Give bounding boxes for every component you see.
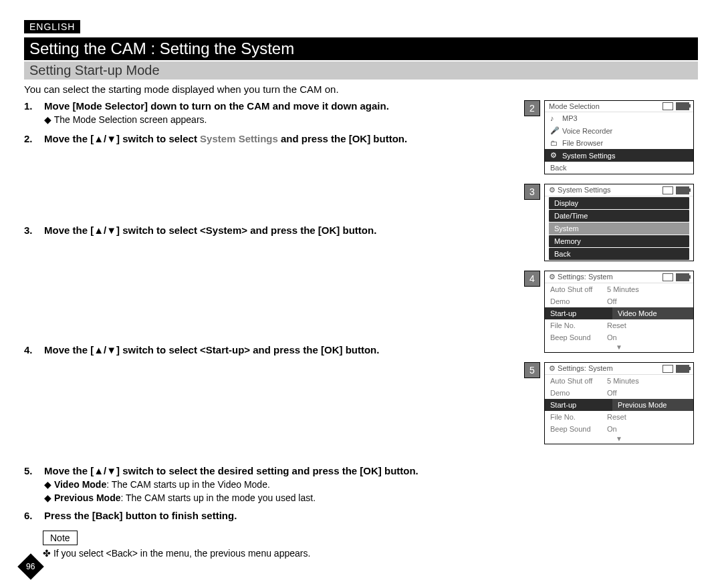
step-5-sub2: Previous Mode: The CAM starts up in the … <box>44 492 508 503</box>
list-item-label: Memory <box>554 237 581 245</box>
row-value: Video Mode <box>612 307 693 319</box>
step-1-text: Move [Mode Selector] down to turn on the… <box>44 100 389 112</box>
row-key: Beep Sound <box>550 425 607 433</box>
back-label: Back <box>550 164 566 172</box>
row-value: 5 Minutes <box>607 285 639 293</box>
screen-2-title: Mode Selection <box>549 102 600 110</box>
battery-icon <box>676 102 689 110</box>
updown-icon: ▲/▼ <box>94 225 116 236</box>
chevron-down-icon: ▼ <box>545 343 693 352</box>
table-row-selected: Start-upPrevious Mode <box>545 399 693 411</box>
memory-icon <box>663 186 673 194</box>
list-item: 🎤Voice Recorder <box>545 124 693 137</box>
table-row: File No.Reset <box>545 319 693 331</box>
screen-4-badge: 4 <box>524 271 540 287</box>
table-row: Beep SoundOn <box>545 331 693 343</box>
table-row: Auto Shut off5 Minutes <box>545 283 693 295</box>
list-item: Back <box>549 248 689 260</box>
step-2-mid: ] switch to select <box>116 133 200 144</box>
gear-icon: ⚙ <box>549 186 556 194</box>
screen-5-title: Settings: System <box>558 364 613 372</box>
list-item: Memory <box>549 235 689 247</box>
manual-page: ENGLISH Setting the CAM : Setting the Sy… <box>0 0 722 588</box>
note-text: If you select <Back> in the menu, the pr… <box>43 548 508 559</box>
row-value: On <box>607 425 617 433</box>
step-3-post: ] switch to select <System> and press th… <box>116 225 376 236</box>
row-key: Start-up <box>545 307 612 319</box>
step-5-pre: Move the [ <box>44 465 94 476</box>
step-3-pre: Move the [ <box>44 225 94 236</box>
list-item-label: MP3 <box>562 114 578 122</box>
row-key: Auto Shut off <box>550 377 607 385</box>
screen-3: ⚙ System Settings Display Date/Time Syst… <box>544 184 694 261</box>
step-6-text: Press the [Back] button to finish settin… <box>44 510 237 521</box>
row-value: Off <box>607 297 616 305</box>
step-2: Move the [▲/▼] switch to select System S… <box>24 133 508 144</box>
table-row: Auto Shut off5 Minutes <box>545 375 693 387</box>
updown-icon: ▲/▼ <box>94 133 116 144</box>
mic-icon: 🎤 <box>550 126 558 135</box>
screen-2-badge: 2 <box>524 100 540 116</box>
page-number: 96 <box>26 562 35 571</box>
list-item-label: File Browser <box>562 139 603 147</box>
gear-icon: ⚙ <box>550 151 558 160</box>
page-title: Setting the CAM : Setting the System <box>24 37 698 60</box>
screen-5-badge: 5 <box>524 362 540 378</box>
step-5-post: ] switch to select the desired setting a… <box>116 465 418 476</box>
step-5-sub2-b: Previous Mode <box>54 492 121 503</box>
screen-3-badge: 3 <box>524 184 540 200</box>
list-item-label: Display <box>554 199 578 207</box>
step-1: Move [Mode Selector] down to turn on the… <box>24 100 508 125</box>
status-icons <box>663 273 689 281</box>
step-2-post: and press the [OK] button. <box>278 133 407 144</box>
battery-icon <box>676 365 689 373</box>
language-badge: ENGLISH <box>24 20 80 33</box>
step-5: Move the [▲/▼] switch to select the desi… <box>24 465 508 503</box>
table-row-selected: Start-upVideo Mode <box>545 307 693 319</box>
memory-icon <box>663 365 673 373</box>
row-value: On <box>607 333 617 341</box>
chevron-down-icon: ▼ <box>545 435 693 444</box>
step-3: Move the [▲/▼] switch to select <System>… <box>24 225 508 341</box>
screen-3-wrap: 3 ⚙ System Settings Display Date/Time Sy… <box>524 184 698 261</box>
gear-icon: ⚙ <box>549 273 556 281</box>
list-item-label: Date/Time <box>554 212 588 220</box>
list-item: 🗀File Browser <box>545 137 693 149</box>
screen-4-wrap: 4 ⚙ Settings: System Auto Shut off5 Minu… <box>524 271 698 353</box>
list-item-label: System Settings <box>562 152 615 160</box>
battery-icon <box>676 186 689 194</box>
step-1-sub: The Mode Selection screen appears. <box>44 114 508 125</box>
steps-column: Move [Mode Selector] down to turn on the… <box>24 100 513 559</box>
list-item: Display <box>549 197 689 209</box>
screen-4: ⚙ Settings: System Auto Shut off5 Minute… <box>544 271 694 353</box>
memory-icon <box>663 273 673 281</box>
screen-5: ⚙ Settings: System Auto Shut off5 Minute… <box>544 362 694 444</box>
screen-2-wrap: 2 Mode Selection ♪MP3 🎤Voice Recorder 🗀F… <box>524 100 698 174</box>
list-item-label: Voice Recorder <box>562 127 612 135</box>
status-icons <box>663 365 689 373</box>
memory-icon <box>663 102 673 110</box>
intro-text: You can select the starting mode display… <box>24 84 698 95</box>
step-5-sub2-t: : The CAM starts up in the mode you used… <box>120 492 316 503</box>
page-subtitle: Setting Start-up Mode <box>24 61 698 80</box>
row-value: Reset <box>607 413 626 421</box>
row-key: Beep Sound <box>550 333 607 341</box>
list-item-selected: ⚙System Settings <box>545 149 693 162</box>
step-4-post: ] switch to select <Start-up> and press … <box>116 344 379 355</box>
row-value: Off <box>607 389 616 397</box>
screen-4-title: Settings: System <box>558 273 613 281</box>
row-key: Start-up <box>545 399 612 411</box>
screen-2: Mode Selection ♪MP3 🎤Voice Recorder 🗀Fil… <box>544 100 694 174</box>
step-4: Move the [▲/▼] switch to select <Start-u… <box>24 344 508 462</box>
row-key: File No. <box>550 413 607 421</box>
gear-icon: ⚙ <box>549 364 556 372</box>
row-value: Reset <box>607 321 626 329</box>
battery-icon <box>676 273 689 281</box>
row-key: File No. <box>550 321 607 329</box>
music-icon: ♪ <box>550 114 558 122</box>
screen-3-title: System Settings <box>558 186 610 194</box>
step-5-sub1-b: Video Mode <box>54 479 106 490</box>
list-item-back: Back <box>545 162 693 174</box>
list-item: Date/Time <box>549 210 689 222</box>
table-row: File No.Reset <box>545 411 693 423</box>
